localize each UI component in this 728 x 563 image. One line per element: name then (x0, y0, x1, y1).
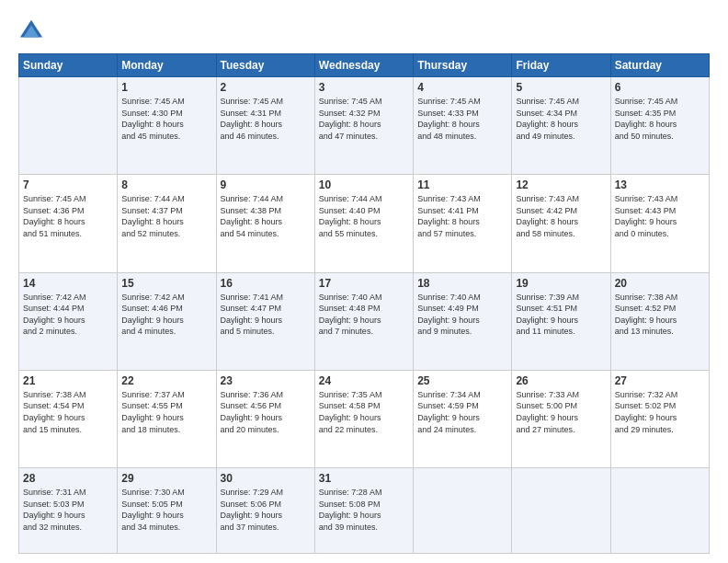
calendar-cell: 10Sunrise: 7:44 AMSunset: 4:40 PMDayligh… (314, 175, 413, 272)
calendar-header-thursday: Thursday (414, 54, 512, 77)
day-number: 1 (121, 81, 211, 94)
cell-info: Sunrise: 7:45 AMSunset: 4:32 PMDaylight:… (319, 96, 409, 142)
cell-info: Sunrise: 7:44 AMSunset: 4:37 PMDaylight:… (121, 193, 211, 239)
calendar-week-row: 14Sunrise: 7:42 AMSunset: 4:44 PMDayligh… (19, 272, 710, 370)
cell-info: Sunrise: 7:42 AMSunset: 4:44 PMDaylight:… (23, 292, 113, 338)
calendar-header-saturday: Saturday (610, 54, 709, 77)
day-number: 5 (516, 81, 606, 94)
calendar-cell: 11Sunrise: 7:43 AMSunset: 4:41 PMDayligh… (414, 175, 512, 272)
day-number: 2 (221, 81, 311, 94)
cell-info: Sunrise: 7:40 AMSunset: 4:49 PMDaylight:… (417, 292, 507, 338)
day-number: 21 (23, 374, 113, 387)
calendar-header-tuesday: Tuesday (216, 54, 314, 77)
calendar-cell (414, 468, 512, 554)
calendar-cell: 26Sunrise: 7:33 AMSunset: 5:00 PMDayligh… (512, 370, 610, 467)
calendar-cell: 4Sunrise: 7:45 AMSunset: 4:33 PMDaylight… (414, 77, 512, 175)
day-number: 7 (23, 178, 113, 191)
cell-info: Sunrise: 7:31 AMSunset: 5:03 PMDaylight:… (23, 487, 113, 533)
day-number: 20 (615, 277, 705, 290)
calendar-header-row: SundayMondayTuesdayWednesdayThursdayFrid… (19, 54, 710, 77)
day-number: 25 (417, 374, 507, 387)
calendar-cell: 9Sunrise: 7:44 AMSunset: 4:38 PMDaylight… (216, 175, 314, 272)
calendar: SundayMondayTuesdayWednesdayThursdayFrid… (18, 53, 710, 554)
cell-info: Sunrise: 7:38 AMSunset: 4:52 PMDaylight:… (615, 292, 705, 338)
cell-info: Sunrise: 7:44 AMSunset: 4:40 PMDaylight:… (319, 193, 409, 239)
calendar-cell: 7Sunrise: 7:45 AMSunset: 4:36 PMDaylight… (19, 175, 118, 272)
calendar-cell: 31Sunrise: 7:28 AMSunset: 5:08 PMDayligh… (314, 468, 413, 554)
header (18, 18, 710, 44)
cell-info: Sunrise: 7:45 AMSunset: 4:33 PMDaylight:… (417, 96, 507, 142)
calendar-week-row: 21Sunrise: 7:38 AMSunset: 4:54 PMDayligh… (19, 370, 710, 467)
cell-info: Sunrise: 7:41 AMSunset: 4:47 PMDaylight:… (221, 292, 311, 338)
calendar-header-monday: Monday (118, 54, 216, 77)
day-number: 16 (221, 277, 311, 290)
calendar-cell: 29Sunrise: 7:30 AMSunset: 5:05 PMDayligh… (118, 468, 216, 554)
cell-info: Sunrise: 7:43 AMSunset: 4:42 PMDaylight:… (516, 193, 606, 239)
cell-info: Sunrise: 7:45 AMSunset: 4:34 PMDaylight:… (516, 96, 606, 142)
day-number: 26 (516, 374, 606, 387)
day-number: 24 (319, 374, 409, 387)
day-number: 27 (615, 374, 705, 387)
cell-info: Sunrise: 7:45 AMSunset: 4:35 PMDaylight:… (615, 96, 705, 142)
calendar-cell: 21Sunrise: 7:38 AMSunset: 4:54 PMDayligh… (19, 370, 118, 467)
calendar-cell: 22Sunrise: 7:37 AMSunset: 4:55 PMDayligh… (118, 370, 216, 467)
cell-info: Sunrise: 7:45 AMSunset: 4:31 PMDaylight:… (221, 96, 311, 142)
day-number: 29 (121, 472, 211, 485)
calendar-cell: 23Sunrise: 7:36 AMSunset: 4:56 PMDayligh… (216, 370, 314, 467)
cell-info: Sunrise: 7:42 AMSunset: 4:46 PMDaylight:… (121, 292, 211, 338)
calendar-cell (512, 468, 610, 554)
cell-info: Sunrise: 7:28 AMSunset: 5:08 PMDaylight:… (319, 487, 409, 533)
page: SundayMondayTuesdayWednesdayThursdayFrid… (0, 0, 728, 563)
day-number: 8 (121, 178, 211, 191)
cell-info: Sunrise: 7:33 AMSunset: 5:00 PMDaylight:… (516, 389, 606, 435)
calendar-header-friday: Friday (512, 54, 610, 77)
day-number: 31 (319, 472, 409, 485)
cell-info: Sunrise: 7:37 AMSunset: 4:55 PMDaylight:… (121, 389, 211, 435)
logo (18, 18, 48, 44)
calendar-cell: 27Sunrise: 7:32 AMSunset: 5:02 PMDayligh… (610, 370, 709, 467)
calendar-cell: 30Sunrise: 7:29 AMSunset: 5:06 PMDayligh… (216, 468, 314, 554)
calendar-cell: 24Sunrise: 7:35 AMSunset: 4:58 PMDayligh… (314, 370, 413, 467)
day-number: 12 (516, 178, 606, 191)
day-number: 28 (23, 472, 113, 485)
calendar-cell: 20Sunrise: 7:38 AMSunset: 4:52 PMDayligh… (610, 272, 709, 370)
day-number: 18 (417, 277, 507, 290)
calendar-week-row: 1Sunrise: 7:45 AMSunset: 4:30 PMDaylight… (19, 77, 710, 175)
day-number: 3 (319, 81, 409, 94)
cell-info: Sunrise: 7:44 AMSunset: 4:38 PMDaylight:… (221, 193, 311, 239)
calendar-header-sunday: Sunday (19, 54, 118, 77)
calendar-week-row: 28Sunrise: 7:31 AMSunset: 5:03 PMDayligh… (19, 468, 710, 554)
calendar-cell: 12Sunrise: 7:43 AMSunset: 4:42 PMDayligh… (512, 175, 610, 272)
calendar-cell: 16Sunrise: 7:41 AMSunset: 4:47 PMDayligh… (216, 272, 314, 370)
day-number: 14 (23, 277, 113, 290)
day-number: 23 (221, 374, 311, 387)
day-number: 11 (417, 178, 507, 191)
calendar-cell: 14Sunrise: 7:42 AMSunset: 4:44 PMDayligh… (19, 272, 118, 370)
day-number: 30 (221, 472, 311, 485)
cell-info: Sunrise: 7:35 AMSunset: 4:58 PMDaylight:… (319, 389, 409, 435)
day-number: 19 (516, 277, 606, 290)
calendar-cell: 2Sunrise: 7:45 AMSunset: 4:31 PMDaylight… (216, 77, 314, 175)
cell-info: Sunrise: 7:32 AMSunset: 5:02 PMDaylight:… (615, 389, 705, 435)
calendar-week-row: 7Sunrise: 7:45 AMSunset: 4:36 PMDaylight… (19, 175, 710, 272)
day-number: 6 (615, 81, 705, 94)
day-number: 22 (121, 374, 211, 387)
cell-info: Sunrise: 7:45 AMSunset: 4:30 PMDaylight:… (121, 96, 211, 142)
day-number: 4 (417, 81, 507, 94)
calendar-cell: 8Sunrise: 7:44 AMSunset: 4:37 PMDaylight… (118, 175, 216, 272)
day-number: 10 (319, 178, 409, 191)
calendar-cell: 15Sunrise: 7:42 AMSunset: 4:46 PMDayligh… (118, 272, 216, 370)
cell-info: Sunrise: 7:40 AMSunset: 4:48 PMDaylight:… (319, 292, 409, 338)
cell-info: Sunrise: 7:43 AMSunset: 4:43 PMDaylight:… (615, 193, 705, 239)
calendar-cell: 6Sunrise: 7:45 AMSunset: 4:35 PMDaylight… (610, 77, 709, 175)
calendar-cell: 5Sunrise: 7:45 AMSunset: 4:34 PMDaylight… (512, 77, 610, 175)
cell-info: Sunrise: 7:34 AMSunset: 4:59 PMDaylight:… (417, 389, 507, 435)
calendar-cell: 13Sunrise: 7:43 AMSunset: 4:43 PMDayligh… (610, 175, 709, 272)
day-number: 17 (319, 277, 409, 290)
calendar-cell (610, 468, 709, 554)
calendar-cell: 28Sunrise: 7:31 AMSunset: 5:03 PMDayligh… (19, 468, 118, 554)
calendar-cell: 19Sunrise: 7:39 AMSunset: 4:51 PMDayligh… (512, 272, 610, 370)
day-number: 13 (615, 178, 705, 191)
day-number: 15 (121, 277, 211, 290)
calendar-cell: 18Sunrise: 7:40 AMSunset: 4:49 PMDayligh… (414, 272, 512, 370)
